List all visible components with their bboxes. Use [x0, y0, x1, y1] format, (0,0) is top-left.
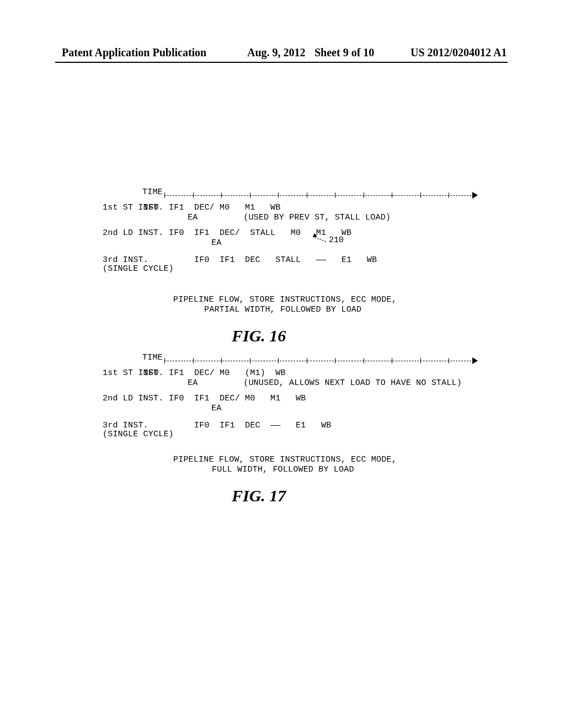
axis-tick: [392, 192, 392, 198]
callout-number: 210: [329, 235, 344, 245]
axis-tick: [364, 358, 364, 363]
inst-row-2-subline: EA: [211, 238, 221, 248]
inst-row-2-stages: IF0 IF1 DEC/ M0 M1 WB: [143, 394, 306, 403]
axis-baseline: [164, 361, 477, 361]
time-axis-label: TIME: [142, 188, 163, 197]
figure-17-caption-line1: PIPELINE FLOW, STORE INSTRUCTIONS, ECC M…: [173, 455, 397, 465]
axis-arrowhead-icon: [472, 357, 478, 364]
axis-tick: [250, 358, 250, 363]
axis-tick: [193, 192, 194, 198]
inst-row-3-label: 3rd INST.: [103, 421, 148, 430]
time-axis: [164, 357, 477, 364]
callout-leader-line: [315, 237, 326, 242]
figure-17-label: FIG. 17: [232, 486, 286, 505]
axis-tick: [420, 192, 421, 198]
inst-row-1-stages: IF0 IF1 DEC/ M0 M1 WB: [143, 203, 280, 212]
axis-tick: [221, 192, 222, 198]
axis-tick: [449, 192, 449, 198]
figure-16-caption-line1: PIPELINE FLOW, STORE INSTRUCTIONS, ECC M…: [173, 295, 397, 305]
axis-tick: [221, 358, 222, 363]
inst-row-3-stages: IF0 IF1 DEC —— E1 WB: [143, 421, 331, 430]
header-publication-type: Patent Application Publication: [62, 46, 206, 59]
axis-tick: [164, 192, 165, 198]
figure-16-caption-line2: PARTIAL WIDTH, FOLLOWED BY LOAD: [204, 305, 361, 315]
axis-tick: [392, 358, 392, 363]
axis-tick: [250, 192, 250, 198]
header-date: Aug. 9, 2012: [247, 46, 306, 59]
inst-row-3-label-line2: (SINGLE CYCLE): [103, 264, 174, 274]
time-axis-label: TIME: [142, 353, 163, 362]
inst-row-1-subline: EA (USED BY PREV ST, STALL LOAD): [188, 213, 391, 222]
axis-tick: [420, 358, 421, 363]
inst-row-2-subline: EA: [211, 404, 221, 413]
axis-arrowhead-icon: [472, 192, 478, 199]
inst-row-3-label-line2: (SINGLE CYCLE): [103, 430, 174, 439]
inst-row-3-label: 3rd INST.: [103, 255, 148, 265]
header-pub-number: US 2012/0204012 A1: [411, 46, 507, 59]
axis-tick: [307, 192, 307, 198]
axis-tick: [193, 358, 194, 363]
figure-16-label: FIG. 16: [232, 326, 286, 345]
axis-tick: [164, 358, 165, 363]
axis-tick: [335, 192, 335, 198]
header-rule: [55, 62, 508, 63]
axis-tick: [278, 358, 279, 363]
inst-row-1-subline: EA (UNUSED, ALLOWS NEXT LOAD TO HAVE NO …: [188, 378, 462, 388]
axis-tick: [278, 192, 279, 198]
inst-row-3-stages: IF0 IF1 DEC STALL —— E1 WB: [143, 255, 377, 265]
callout-210: 210: [315, 234, 348, 250]
time-axis: [164, 192, 477, 199]
axis-tick: [364, 192, 364, 198]
axis-tick: [307, 358, 307, 363]
header-sheet: Sheet 9 of 10: [315, 46, 374, 59]
inst-row-1-stages: IF0 IF1 DEC/ M0 (M1) WB: [143, 368, 286, 378]
axis-tick: [449, 358, 449, 363]
axis-baseline: [164, 195, 477, 196]
axis-tick: [335, 358, 335, 363]
figure-17-caption-line2: FULL WIDTH, FOLLOWED BY LOAD: [212, 465, 354, 475]
